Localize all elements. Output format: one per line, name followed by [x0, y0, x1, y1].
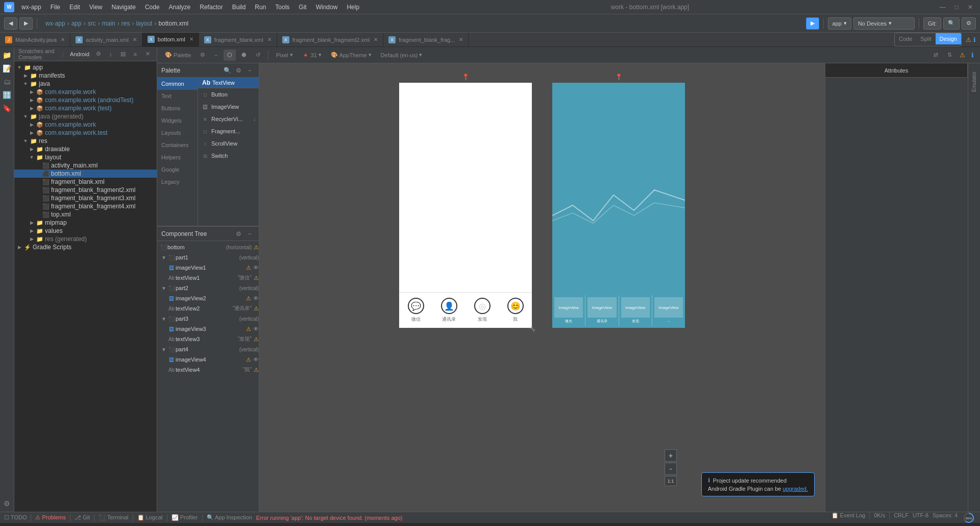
tree-arrow-cewt-gen[interactable]: ▶ — [29, 130, 35, 136]
tree-arrow-res[interactable]: ▼ — [22, 138, 29, 144]
tree-arrow-manifests[interactable]: ▶ — [22, 73, 29, 79]
menu-run[interactable]: Run — [251, 3, 270, 12]
tab-fragment-blank[interactable]: X fragment_blank.xml ✕ — [199, 33, 277, 46]
breadcrumb-wxapp[interactable]: wx-app — [45, 20, 65, 27]
tab-fragment-blank-close[interactable]: ✕ — [267, 37, 272, 42]
palette-widget-scrollview[interactable]: ↕ ScrollView — [198, 137, 259, 150]
tree-gradle-scripts[interactable]: ▶ ⚡ Gradle Scripts — [14, 243, 157, 251]
app-inspection-button[interactable]: 🔍 App Inspection — [207, 514, 252, 521]
tree-arrow-drawable[interactable]: ▶ — [29, 146, 35, 152]
tab-fragment-blank-frag-close[interactable]: ✕ — [459, 37, 463, 42]
tab-main-activity-close[interactable]: ✕ — [61, 37, 65, 42]
comp-expand-part1[interactable]: ▼ — [161, 255, 166, 260]
panel-gear-icon[interactable]: ⚙ — [93, 49, 104, 59]
tab-bottom-xml-close[interactable]: ✕ — [189, 36, 193, 42]
tree-res[interactable]: ▼ 📁 res — [14, 137, 157, 145]
breadcrumb-src[interactable]: src — [88, 20, 96, 27]
design-warning-icon[interactable]: ⚠ — [958, 52, 967, 59]
tree-java-generated[interactable]: ▼ 📁 java (generated) — [14, 112, 157, 121]
panel-sort-icon[interactable]: ↕ — [106, 49, 116, 59]
tree-arrow-cew-gen[interactable]: ▶ — [29, 122, 35, 128]
palette-cat-google[interactable]: Google — [157, 163, 198, 176]
palette-cat-legacy[interactable]: Legacy — [157, 176, 198, 188]
sidebar-commit-icon[interactable]: 📝 — [1, 62, 13, 75]
tab-activity-main-close[interactable]: ✕ — [133, 37, 137, 42]
layout-flag-btn[interactable]: ⇅ — [944, 50, 955, 61]
device-selector[interactable]: No Devices ▾ — [853, 17, 915, 30]
panel-filter-icon[interactable]: ▤ — [118, 49, 128, 59]
palette-cat-text[interactable]: Text — [157, 90, 198, 102]
palette-widget-recyclerview[interactable]: ≡ RecyclerVi... ↓ — [198, 113, 259, 125]
search-everywhere-button[interactable]: 🔍 — [943, 17, 960, 30]
tree-java[interactable]: ▼ 📁 java — [14, 80, 157, 88]
forward-button[interactable]: ▶ — [19, 17, 33, 30]
tab-fragment-blank-frag[interactable]: X fragment_blank_frag... ✕ — [383, 33, 469, 46]
close-button[interactable]: ✕ — [965, 3, 976, 12]
minimize-button[interactable]: — — [937, 3, 949, 12]
comp-expand-part2[interactable]: ▼ — [161, 285, 166, 291]
profiler-button[interactable]: 📈 Profiler — [172, 514, 198, 521]
pixel-selector[interactable]: Pixel ▾ — [273, 50, 297, 61]
nav-item-discover[interactable]: ◎ 发现 — [465, 293, 499, 328]
comp-imageview3[interactable]: 🖼 imageView3 ⚠ 👁 — [157, 324, 259, 334]
tree-fragment-blank2-xml[interactable]: ▶ ⬛ fragment_blank_fragment2.xml — [14, 186, 157, 194]
tab-main-activity[interactable]: J MainActivity.java ✕ — [0, 33, 70, 46]
panel-settings-icon[interactable]: ≡ — [130, 49, 140, 59]
palette-widget-button[interactable]: □ Button — [198, 88, 259, 101]
menu-wxapp[interactable]: wx-app — [17, 3, 45, 12]
comp-imageview1[interactable]: 🖼 imageView1 ⚠ 👁 — [157, 262, 259, 273]
layout-arrows-btn[interactable]: ⇄ — [930, 50, 942, 61]
comp-eye-iv2[interactable]: 👁 — [253, 295, 259, 301]
blueprint-icon[interactable]: ⬢ — [238, 50, 250, 61]
sidebar-bookmarks-icon[interactable]: 🔖 — [1, 102, 13, 114]
todo-button[interactable]: ☐ TODO — [4, 514, 27, 521]
comp-textview1[interactable]: Ab textView1 "微信" ⚠ — [157, 273, 259, 283]
breadcrumb-layout[interactable]: layout — [136, 20, 152, 27]
tab-fragment-blank2[interactable]: X fragment_blank_fragment2.xml ✕ — [277, 33, 384, 46]
comp-textview3[interactable]: Ab textView3 "发现" ⚠ — [157, 334, 259, 344]
module-selector[interactable]: app ▾ — [828, 17, 851, 30]
comp-eye-iv3[interactable]: 👁 — [253, 326, 259, 332]
tree-fragment-blank4-xml[interactable]: ▶ ⬛ fragment_blank_fragment4.xml — [14, 202, 157, 210]
menu-tools[interactable]: Tools — [271, 3, 293, 12]
sidebar-structure-icon[interactable]: 🔠 — [1, 89, 13, 101]
design-surface-icon[interactable]: ⬡ — [224, 50, 236, 61]
tree-values[interactable]: ▶ 📁 values — [14, 227, 157, 235]
sidebar-resource-icon[interactable]: 🗂 — [1, 76, 13, 88]
tab-bottom-xml[interactable]: X bottom.xml ✕ — [142, 33, 199, 46]
panel-close-icon[interactable]: ✕ — [142, 49, 153, 59]
comp-eye-iv1[interactable]: 👁 — [253, 265, 259, 271]
menu-refactor[interactable]: Refactor — [195, 3, 227, 12]
comp-imageview2[interactable]: 🖼 imageView2 ⚠ 👁 — [157, 293, 259, 303]
nav-item-contacts[interactable]: 👤 通讯录 — [432, 293, 465, 328]
tree-com-example-work[interactable]: ▶ 📦 com.example.work — [14, 88, 157, 96]
terminal-button[interactable]: ⬛ Terminal — [99, 514, 128, 521]
tree-top-xml[interactable]: ▶ ⬛ top.xml — [14, 210, 157, 219]
problems-button[interactable]: ⚠ Problems — [35, 514, 66, 521]
menu-window[interactable]: Window — [312, 3, 342, 12]
palette-button[interactable]: 🎨 Palette — [161, 50, 194, 61]
event-log-button[interactable]: 📋 Event Log — [831, 512, 866, 523]
nav-item-weixin[interactable]: 💬 微信 — [399, 293, 432, 328]
palette-cat-containers[interactable]: Containers — [157, 139, 198, 151]
palette-widget-switch[interactable]: ⊙ Switch — [198, 150, 259, 162]
warning-icon[interactable]: ⚠ — [966, 36, 971, 43]
menu-view[interactable]: View — [85, 3, 107, 12]
tree-arrow-jg[interactable]: ▼ — [22, 113, 29, 119]
comp-bottom[interactable]: ⬛ bottom (horizontal) ⚠ — [157, 242, 259, 252]
tree-mipmap[interactable]: ▶ 📁 mipmap — [14, 219, 157, 227]
tree-com-example-work-test[interactable]: ▶ 📦 com.example.work (test) — [14, 104, 157, 112]
info-icon[interactable]: ℹ — [973, 36, 976, 43]
palette-gear-btn[interactable]: ⚙ — [233, 65, 243, 76]
gear-icon[interactable]: ⚙ — [197, 50, 209, 61]
zoom-in-button[interactable]: + — [665, 449, 677, 462]
palette-widget-imageview[interactable]: 🖼 ImageView — [198, 101, 259, 113]
view-code-btn[interactable]: Code — [895, 33, 916, 44]
breadcrumb-main[interactable]: main — [102, 20, 115, 27]
comp-imageview4[interactable]: 🖼 imageView4 ⚠ 👁 — [157, 354, 259, 365]
comp-expand-part3[interactable]: ▼ — [161, 316, 166, 322]
menu-git[interactable]: Git — [295, 3, 310, 12]
design-info-icon[interactable]: ℹ — [969, 52, 976, 59]
comp-eye-iv4[interactable]: 👁 — [253, 356, 259, 363]
maximize-button[interactable]: □ — [952, 3, 962, 12]
